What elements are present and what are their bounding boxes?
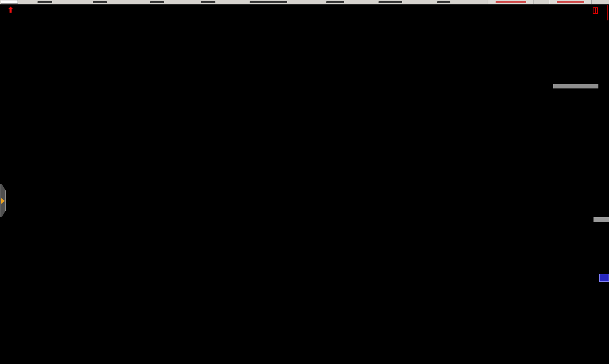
- menu-item-fragment[interactable]: [437, 1, 450, 3]
- trading-app-window: [0, 0, 609, 364]
- menu-item-fragment[interactable]: [93, 1, 107, 3]
- menu-item-fragment[interactable]: [379, 1, 402, 3]
- expand-arrow-icon: [1, 198, 5, 204]
- volume-value-badge: [599, 274, 609, 282]
- quote-button-1[interactable]: [488, 0, 534, 4]
- menu-item-fragment[interactable]: [38, 1, 52, 3]
- window-split-icon[interactable]: [593, 7, 598, 14]
- right-edge-divider: [607, 5, 608, 20]
- measure-bar[interactable]: [553, 84, 598, 88]
- main-chart-header: [2, 6, 38, 13]
- menu-logo-box[interactable]: [1, 0, 18, 4]
- measure-tooltip: [555, 89, 598, 97]
- menu-item-fragment[interactable]: [326, 1, 344, 3]
- menu-item-fragment[interactable]: [201, 1, 215, 3]
- up-arrow-icon: [8, 7, 13, 13]
- quote-button-2[interactable]: [549, 0, 592, 4]
- volume-header: [1, 221, 18, 227]
- menu-item-fragment[interactable]: [250, 1, 287, 3]
- kdj-header: [1, 293, 24, 300]
- menu-item-fragment[interactable]: [150, 1, 164, 3]
- scrollbar-corner: [593, 217, 609, 222]
- chart-canvas[interactable]: [0, 4, 609, 364]
